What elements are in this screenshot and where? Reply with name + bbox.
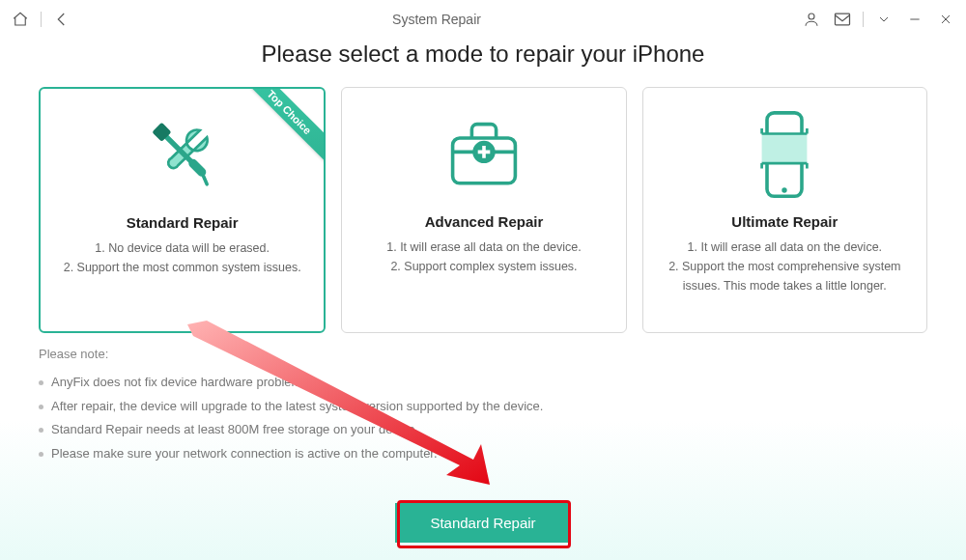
- titlebar-divider-2: [863, 12, 864, 27]
- page-title: Please select a mode to repair your iPho…: [0, 41, 966, 68]
- card-standard-repair[interactable]: Top Choice Standard Repair 1. No device …: [39, 87, 326, 333]
- titlebar-divider: [41, 12, 42, 27]
- minimize-icon[interactable]: [904, 9, 925, 30]
- svg-point-6: [782, 187, 787, 192]
- phone-scan-icon: [655, 107, 915, 204]
- notes-list: AnyFix does not fix device hardware prob…: [39, 371, 927, 466]
- card-title: Ultimate Repair: [655, 213, 915, 230]
- medkit-icon: [354, 107, 613, 204]
- note-item: After repair, the device will upgrade to…: [39, 395, 927, 419]
- svg-point-0: [809, 14, 814, 19]
- note-item: Please make sure your network connection…: [39, 442, 927, 466]
- notes-label: Please note:: [39, 347, 927, 361]
- svg-rect-7: [762, 134, 808, 164]
- card-title: Advanced Repair: [354, 213, 613, 230]
- mode-cards: Top Choice Standard Repair 1. No device …: [0, 68, 966, 333]
- titlebar: System Repair: [0, 0, 966, 39]
- mail-icon[interactable]: [832, 9, 853, 30]
- svg-rect-1: [836, 14, 850, 25]
- cta-area: Standard Repair: [0, 503, 966, 543]
- note-item: AnyFix does not fix device hardware prob…: [39, 371, 927, 395]
- tools-icon: [52, 108, 312, 205]
- notes-section: Please note: AnyFix does not fix device …: [0, 333, 966, 466]
- close-icon[interactable]: [935, 9, 956, 30]
- user-icon[interactable]: [801, 9, 822, 30]
- card-advanced-repair[interactable]: Advanced Repair 1. It will erase all dat…: [341, 87, 626, 333]
- card-ultimate-repair[interactable]: Ultimate Repair 1. It will erase all dat…: [642, 87, 927, 333]
- standard-repair-button[interactable]: Standard Repair: [395, 503, 570, 543]
- card-description: 1. It will erase all data on the device.…: [655, 238, 915, 295]
- window-title: System Repair: [72, 12, 801, 27]
- back-icon[interactable]: [51, 9, 72, 30]
- note-item: Standard Repair needs at least 800M free…: [39, 418, 927, 442]
- card-title: Standard Repair: [52, 214, 312, 231]
- card-description: 1. No device data will be erased. 2. Sup…: [52, 238, 312, 277]
- chevron-down-icon[interactable]: [873, 9, 895, 30]
- home-icon[interactable]: [10, 9, 31, 30]
- card-description: 1. It will erase all data on the device.…: [354, 238, 613, 276]
